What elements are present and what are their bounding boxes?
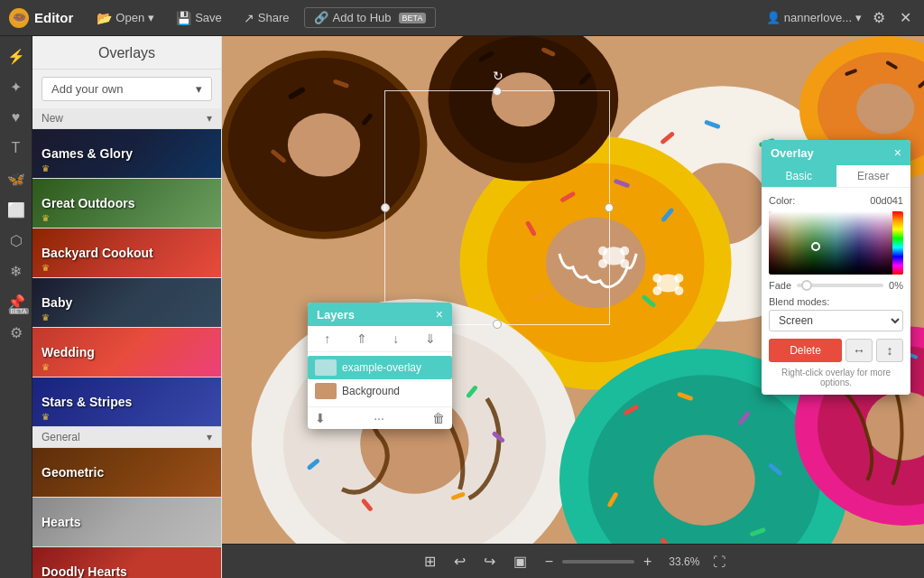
overlay-panel-close-button[interactable]: × [894,145,901,160]
list-item[interactable]: Wedding ♛ [32,328,221,378]
list-item[interactable]: Great Outdoors ♛ [32,179,221,228]
fade-row: Fade 0% [769,280,903,291]
share-button[interactable]: ↗ Share [236,7,297,29]
hearts-label: Hearts [32,509,90,535]
layer-overlay-name: example-overlay [342,361,421,374]
layers-toggle-button[interactable]: ⊞ [420,549,439,573]
fullscreen-button[interactable]: ⛶ [713,555,725,569]
magic-strip-icon[interactable]: ✦ [4,74,29,99]
redo-button[interactable]: ↪ [480,549,499,573]
zoom-minus-icon: − [545,554,553,569]
rotate-handle[interactable]: ↻ [493,69,502,78]
new-category-header: New ▾ [32,108,221,129]
open-button[interactable]: 📂 Open ▾ [89,7,162,29]
user-menu-button[interactable]: 👤 nannerlove... ▾ [766,11,862,24]
redo-icon: ↪ [484,554,495,569]
svg-point-42 [653,435,754,526]
canvas-container[interactable]: ↻ Layers × ↑ ⇑ ↓ ⇓ [222,36,924,544]
gear-strip-icon[interactable]: ⚙ [4,320,29,345]
top-center-handle[interactable] [493,87,502,96]
eraser-tab[interactable]: Eraser [836,165,911,187]
heart-strip-icon[interactable]: ♥ [4,105,29,130]
close-button[interactable]: ✕ [896,5,915,30]
layer-move-bottom-button[interactable]: ⇓ [421,330,439,348]
layers-close-button[interactable]: × [436,307,443,322]
compare-icon: ▣ [513,554,527,569]
list-item[interactable]: Games & Glory ♛ [32,129,221,179]
list-item[interactable]: Stars & Stripes ♛ [32,378,221,427]
snow-strip-icon[interactable]: ❄ [4,258,29,284]
list-item[interactable]: Baby ♛ [32,278,221,328]
topbar: 🍩 Editor 📂 Open ▾ 💾 Save ↗ Share 🔗 Add t… [0,0,924,36]
settings-button[interactable]: ⚙ [869,5,889,30]
color-cursor[interactable] [811,242,820,251]
layer-bg-thumb [315,383,337,399]
overlays-panel: Overlays Add your own ▾ New ▾ Games & Gl… [32,36,222,578]
layers-bottom: ⬇ ··· 🗑 [308,406,452,429]
flip-horizontal-button[interactable]: ↔ [845,339,873,362]
list-item[interactable]: Backyard Cookout ♛ [32,228,221,278]
list-item[interactable]: Geometric [32,448,221,498]
fade-slider[interactable] [797,284,883,287]
zoom-in-button[interactable]: + [640,550,655,573]
topbar-right: 👤 nannerlove... ▾ ⚙ ✕ [766,5,915,30]
share-label: Share [258,11,290,24]
list-item[interactable]: Doodly Hearts [32,547,221,578]
blend-mode-select[interactable]: Normal Screen Multiply Overlay Soft Ligh… [769,310,903,331]
list-item[interactable]: Hearts [32,498,221,547]
undo-button[interactable]: ↩ [450,549,469,573]
selection-box[interactable]: ↻ [384,90,610,325]
general-category-chevron[interactable]: ▾ [207,431,212,443]
crop-strip-icon[interactable]: ⬜ [4,197,29,222]
color-spectrum[interactable] [892,211,903,275]
games-glory-label: Games & Glory [32,141,142,166]
zoom-slider-container: − + [541,550,656,573]
layer-move-down-button[interactable]: ↓ [389,330,402,348]
user-avatar-icon: 👤 [766,11,781,24]
svg-point-72 [674,274,683,283]
zoom-out-button[interactable]: − [541,550,557,573]
compare-button[interactable]: ▣ [510,549,531,573]
add-to-hub-button[interactable]: 🔗 Add to Hub BETA [304,7,437,28]
overlay-actions: Delete ↔ ↕ [769,339,903,362]
pattern-strip-icon[interactable]: ⬡ [4,228,29,253]
hub-icon: 🔗 [314,11,328,24]
layers-header: Layers × [308,303,452,326]
cookout-label: Backyard Cookout [32,240,162,266]
adjustments-strip-icon[interactable]: ⚡ [4,43,29,69]
app-logo: 🍩 Editor [9,8,73,28]
overlay-panel-body: Color: 00d041 Fade [762,188,910,395]
flip-vertical-button[interactable]: ↕ [876,339,903,362]
layer-item[interactable]: Background [308,379,452,403]
share-icon: ↗ [244,11,254,25]
sticker-strip-icon[interactable]: 📌 BETA [4,289,29,314]
blend-label: Blend modes: [769,296,903,307]
fade-slider-thumb[interactable] [801,280,812,291]
layer-merge-button[interactable]: ⬇ [315,411,326,425]
fullscreen-icon: ⛶ [713,555,725,569]
fade-value: 0% [889,280,903,291]
new-category-chevron[interactable]: ▾ [207,112,212,125]
overlay-right-panel: Overlay × Basic Eraser Color: 00d041 [762,140,910,395]
open-icon: 📂 [97,11,112,25]
right-center-handle[interactable] [605,203,614,212]
overlay-panel-title: Overlay [771,146,814,160]
layer-item[interactable]: example-overlay [308,356,452,379]
layer-delete-button[interactable]: 🗑 [432,411,445,425]
outdoors-label: Great Outdoors [32,191,143,216]
basic-tab[interactable]: Basic [762,165,836,187]
layer-options-button[interactable]: ··· [374,411,384,425]
bottom-center-handle[interactable] [493,320,502,329]
canvas-area: ↻ Layers × ↑ ⇑ ↓ ⇓ [222,36,924,578]
color-picker[interactable] [769,211,903,275]
delete-overlay-button[interactable]: Delete [769,339,842,362]
color-field: Color: 00d041 [769,195,903,206]
butterfly-strip-icon[interactable]: 🦋 [4,166,29,191]
zoom-slider[interactable] [562,560,634,564]
text-strip-icon[interactable]: T [4,135,29,161]
layer-move-up-button[interactable]: ↑ [320,330,334,348]
save-button[interactable]: 💾 Save [169,7,229,29]
layer-move-top-button[interactable]: ⇑ [353,330,371,348]
add-your-own-button[interactable]: Add your own ▾ [42,77,212,101]
left-center-handle[interactable] [381,203,390,212]
